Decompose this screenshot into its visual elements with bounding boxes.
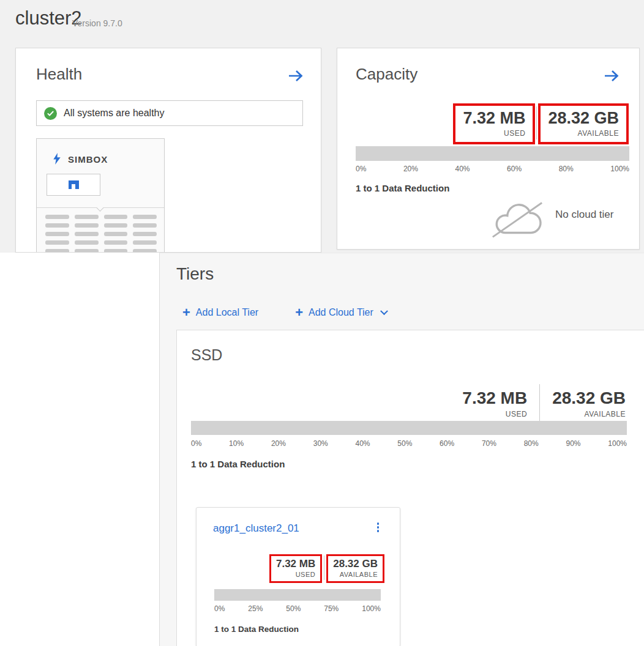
node-logo-box (47, 174, 100, 196)
shelf-dash (45, 232, 69, 236)
aggregate-card: aggr1_cluster2_01 7.32 MB USED 28.32 GB … (196, 507, 400, 646)
ssd-stats: 7.32 MB USED 28.32 GB AVAILABLE (462, 384, 626, 421)
scale-tick-label: 0% (191, 439, 201, 448)
shelf-dash (45, 240, 69, 245)
shelf-dash (75, 240, 99, 245)
scale-tick-label: 10% (229, 439, 244, 448)
stats-divider (539, 384, 540, 421)
used-value: 7.32 MB (463, 109, 525, 128)
healthy-check-icon (44, 107, 57, 120)
shelf-dash (104, 223, 128, 228)
shelf-dash (75, 215, 99, 219)
add-cloud-tier-label: Add Cloud Tier (309, 307, 373, 318)
ssd-tier-card: SSD 7.32 MB USED 28.32 GB AVAILABLE 0%10… (176, 330, 644, 646)
aggregate-name-link[interactable]: aggr1_cluster2_01 (213, 522, 299, 535)
shelf-dash (45, 215, 69, 219)
capacity-card: Capacity 7.32 MB USED 28.32 GB AVAILABLE… (337, 48, 640, 250)
shelf-dash (133, 223, 157, 228)
add-local-tier-button[interactable]: + Add Local Tier (182, 307, 258, 318)
aggregate-usage-bar (214, 589, 381, 601)
scale-tick-label: 20% (403, 165, 418, 173)
used-label: USED (296, 571, 316, 578)
cluster-node-panel[interactable]: SIMBOX (36, 138, 165, 253)
capacity-title: Capacity (356, 65, 417, 84)
available-stat: 28.32 GB AVAILABLE (552, 388, 626, 421)
scale-tick-label: 40% (455, 165, 470, 173)
chevron-down-notch-icon (96, 204, 104, 212)
used-stat-highlighted: 7.32 MB USED (269, 554, 322, 583)
ssd-tier-title: SSD (191, 346, 222, 364)
stats-divider (536, 106, 537, 139)
available-value: 28.32 GB (548, 109, 619, 128)
tiers-page-margin (0, 253, 159, 646)
used-stat: 7.32 MB USED (462, 388, 527, 421)
shelf-dash (75, 223, 99, 228)
shelf-dash (133, 240, 157, 245)
disk-shelf-graphic (45, 215, 157, 253)
scale-tick-label: 90% (566, 439, 580, 448)
scale-tick-label: 80% (559, 165, 574, 173)
ssd-scale: 0%10%20%30%40%50%60%70%80%90%100% (191, 439, 627, 448)
plus-icon: + (295, 308, 303, 317)
shelf-dash (133, 215, 157, 219)
platform-name-label: SIMBOX (68, 154, 108, 165)
stats-divider (324, 555, 324, 580)
used-value: 7.32 MB (462, 388, 527, 408)
chevron-down-icon (380, 307, 388, 315)
shelf-dash (45, 223, 69, 228)
add-local-tier-label: Add Local Tier (196, 307, 258, 318)
scale-tick-label: 80% (524, 439, 539, 448)
health-details-arrow-icon[interactable] (288, 69, 304, 83)
scale-tick-label: 30% (313, 439, 328, 448)
shelf-dash (104, 232, 128, 236)
scale-tick-label: 20% (271, 439, 286, 448)
scale-tick-label: 0% (356, 165, 366, 173)
used-label: USED (506, 410, 527, 418)
tiers-title: Tiers (176, 264, 214, 284)
capacity-usage-bar (356, 146, 629, 161)
scale-tick-label: 100% (362, 604, 381, 613)
used-stat-highlighted: 7.32 MB USED (453, 103, 535, 144)
capacity-stats: 7.32 MB USED 28.32 GB AVAILABLE (453, 103, 629, 144)
shelf-dash (104, 240, 128, 245)
cluster-version: Version 9.7.0 (72, 18, 122, 28)
scale-tick-label: 60% (440, 439, 454, 448)
plus-icon: + (182, 308, 190, 317)
available-stat-highlighted: 28.32 GB AVAILABLE (326, 554, 384, 583)
kebab-menu-icon[interactable] (376, 521, 381, 533)
data-reduction-text: 1 to 1 Data Reduction (356, 183, 449, 193)
tiers-panel: Tiers + Add Local Tier + Add Cloud Tier … (159, 253, 644, 646)
health-title: Health (36, 65, 82, 84)
netapp-logo-icon (69, 180, 79, 189)
scale-tick-label: 50% (397, 439, 412, 448)
available-stat-highlighted: 28.32 GB AVAILABLE (538, 103, 629, 144)
shelf-dash (133, 232, 157, 236)
scale-tick-label: 70% (482, 439, 496, 448)
aggregate-scale: 0%25%50%75%100% (214, 604, 381, 613)
scale-tick-label: 40% (356, 439, 370, 448)
system-manager-dashboard: cluster2 Version 9.7.0 Health All system… (0, 0, 644, 646)
available-label: AVAILABLE (340, 571, 378, 578)
scale-tick-label: 75% (324, 604, 339, 613)
node-panel-divider (37, 207, 164, 208)
scale-tick-label: 100% (610, 165, 629, 173)
used-value: 7.32 MB (276, 558, 315, 570)
available-label: AVAILABLE (578, 129, 619, 138)
cloud-tier-status-text: No cloud tier (555, 209, 613, 221)
scale-tick-label: 50% (286, 604, 301, 613)
tiers-actions: + Add Local Tier + Add Cloud Tier (182, 307, 387, 318)
aggregate-stats: 7.32 MB USED 28.32 GB AVAILABLE (269, 554, 384, 583)
add-cloud-tier-button[interactable]: + Add Cloud Tier (295, 307, 387, 318)
used-label: USED (504, 129, 525, 138)
capacity-details-arrow-icon[interactable] (604, 69, 620, 83)
health-status-box[interactable]: All systems are healthy (36, 100, 303, 126)
available-label: AVAILABLE (585, 410, 626, 418)
lightning-bolt-icon (53, 153, 61, 165)
health-card: Health All systems are healthy SIMBOX (15, 48, 321, 253)
scale-tick-label: 100% (608, 439, 627, 448)
shelf-dash (75, 232, 99, 236)
ssd-data-reduction-text: 1 to 1 Data Reduction (191, 459, 285, 469)
health-status-text: All systems are healthy (64, 108, 165, 119)
scale-tick-label: 60% (507, 165, 522, 173)
shelf-dash (104, 215, 128, 219)
